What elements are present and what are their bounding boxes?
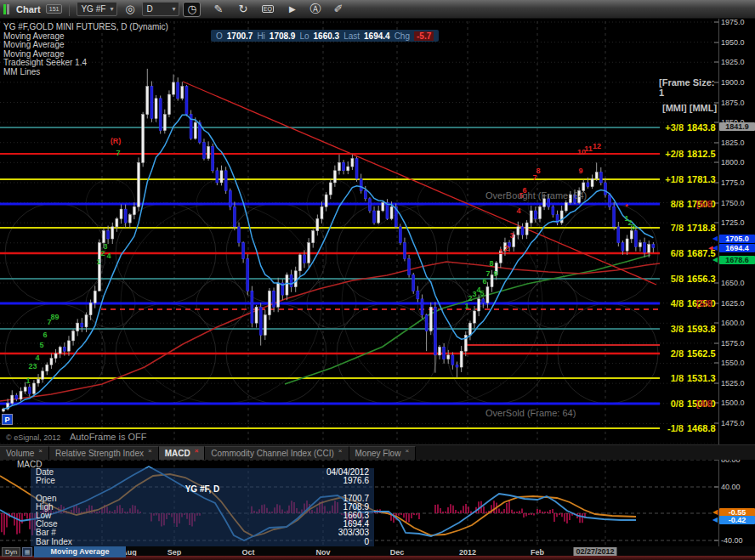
tab-close-icon[interactable]: × [405, 447, 409, 455]
signal-number: 4 [35, 354, 39, 362]
legend-symbol: YG #F,GOLD MINI FUTURES, D (Dynamic) [3, 22, 168, 31]
signal-number: 3 [509, 231, 514, 240]
signal-number: 5 [480, 289, 484, 297]
tab-money-flow[interactable]: Money Flow× [349, 446, 417, 460]
play-icon[interactable]: ▶ [283, 2, 301, 17]
tab-close-icon[interactable]: × [148, 447, 152, 455]
hovered-study-label: Moving Average [34, 546, 126, 557]
data-window-row: High1708.9 [31, 503, 374, 512]
axis-tick-label: 1575.0 [721, 339, 745, 348]
mm-line-label: 4/81625.0[5/8 [661, 298, 718, 308]
tab-label: Commodity Channel Index (CCI) [211, 449, 334, 458]
data-window-row: Low1660.3 [31, 512, 374, 520]
legend-study: Moving Average [3, 40, 65, 49]
legend-study: Moving Average [3, 31, 65, 41]
mm-line-label: +2/81812.5 [661, 149, 718, 159]
data-window-row: Date04/04/2012 [31, 468, 374, 477]
tab-relative-strength-index[interactable]: Relative Strength Index× [49, 446, 159, 460]
axis-tick-label: 1625.0 [721, 299, 745, 308]
signal-number: 5 [39, 341, 43, 349]
tab-close-icon[interactable]: × [338, 447, 343, 455]
change-value: -5.7 [414, 31, 434, 41]
signal-number: 7 [116, 149, 120, 157]
tab-close-icon[interactable]: × [38, 447, 43, 455]
open-value: 1700.7 [227, 31, 253, 41]
mm-line-label: 5/81656.3 [661, 274, 718, 284]
axis-tick-label: 1600.0 [721, 319, 745, 327]
refresh-icon[interactable]: ↻ [234, 2, 252, 17]
data-window-row: Open1700.7 [31, 495, 374, 503]
axis-tick-label: 1550.0 [721, 359, 745, 367]
oversold-label: OverSold (Frame: 64) [485, 408, 576, 418]
mm-line-label: 8/81750.0[6/8 [661, 199, 718, 209]
price-axis-border [718, 19, 719, 556]
axis-tick-label: 1475.0 [721, 419, 745, 427]
tab-label: Relative Strength Index [55, 449, 144, 458]
signal-number: 6 [482, 277, 486, 286]
frame-size-label: [Frame Size: 1 [659, 77, 718, 98]
axis-badge-arrow: ◀ [712, 244, 718, 252]
title-bar: Chart 151 YG #F▾ ◎ D▾ ◷ ✎ ↻ EQ ▶ Ⓐ ✐ [0, 0, 755, 19]
mm-line-label: 3/81593.8 [661, 324, 718, 334]
axis-tick-label: 1650.0 [721, 279, 745, 287]
quote-icon[interactable]: EQ [258, 2, 276, 17]
data-window-header: YG #F, D [31, 485, 374, 494]
signal-number: 7 [485, 269, 490, 278]
mm-line-label: -1/81468.8 [661, 423, 718, 433]
axis-badge-arrow: ◀ [712, 516, 718, 523]
signal-number: 4 [106, 252, 111, 260]
quote-bar: O 1700.7 Hi 1708.9 Lo 1660.3 Last 1694.4… [211, 30, 439, 42]
signal-number: 3 [32, 362, 37, 371]
axis-tick-label: 1800.0 [721, 158, 745, 167]
change-label: Chg [395, 31, 410, 41]
globe-icon[interactable]: ◎ [121, 2, 139, 17]
dyn-button[interactable]: Dyn [2, 547, 20, 557]
signal-number: 3 [631, 223, 635, 231]
axis-badge: -0.42 [719, 516, 755, 524]
axis-badge: 1678.6 [719, 256, 755, 264]
tab-close-icon[interactable]: × [195, 447, 199, 455]
clock-icon[interactable]: ◷ [183, 2, 201, 17]
signal-number: 8 [489, 259, 493, 268]
mm-line-label: +3/81843.8 [661, 122, 718, 133]
high-value: 1708.9 [270, 31, 296, 41]
window-id-badge: 151 [46, 4, 63, 14]
auto-icon[interactable]: Ⓐ [306, 2, 324, 17]
mm-line-label: 7/81718.8 [661, 223, 718, 233]
legend-study: Moving Average [3, 49, 65, 59]
signal-number: * [625, 202, 628, 211]
formula-icon[interactable]: ▦ [22, 547, 32, 557]
interval-combo[interactable]: D▾ [142, 2, 179, 16]
signal-number: 9 [578, 167, 582, 175]
mmi-mml-label: [MMI] [MML] [662, 103, 717, 113]
tab-label: MACD [165, 449, 190, 458]
symbol-combo[interactable]: YG #F▾ [77, 2, 117, 16]
data-window-row: Bar #303/303 [31, 529, 374, 537]
signal-number: 1 [26, 376, 30, 385]
signal-number: 6 [43, 331, 47, 339]
tab-volume[interactable]: Volume× [0, 446, 49, 460]
signal-number: 11 [584, 144, 593, 153]
axis-badge-arrow: ◀ [712, 256, 718, 263]
axis-badge-arrow: ◀ [712, 508, 718, 516]
signal-number: 1 [464, 302, 468, 310]
signal-number: 8 [536, 167, 540, 175]
mm-line-label: 0/81500.0[4/8 [661, 399, 718, 409]
signal-number: 1 [96, 257, 100, 266]
toolbar-separator [69, 3, 70, 16]
signal-number: 4 [516, 206, 520, 215]
tab-commodity-channel-index-cci[interactable]: Commodity Channel Index (CCI)× [205, 446, 349, 460]
pencil-icon[interactable]: ✎ [209, 2, 227, 17]
window-title: Chart [16, 4, 41, 14]
axis-badge: 1694.4 [719, 244, 755, 252]
window-status-icon [3, 4, 9, 14]
signal-number: 1 [498, 247, 502, 256]
axis-tick-label: 1500.0 [721, 399, 745, 407]
signal-number: 2 [504, 244, 508, 252]
tab-macd[interactable]: MACD× [159, 446, 206, 460]
tab-label: Volume [6, 449, 34, 458]
axis-tick-label: 1775.0 [721, 178, 745, 187]
axis-badge-arrow: ◀ [712, 235, 718, 242]
data-window-row: Bar Index0 [31, 538, 374, 546]
eraser-icon[interactable]: ✐ [329, 2, 347, 17]
